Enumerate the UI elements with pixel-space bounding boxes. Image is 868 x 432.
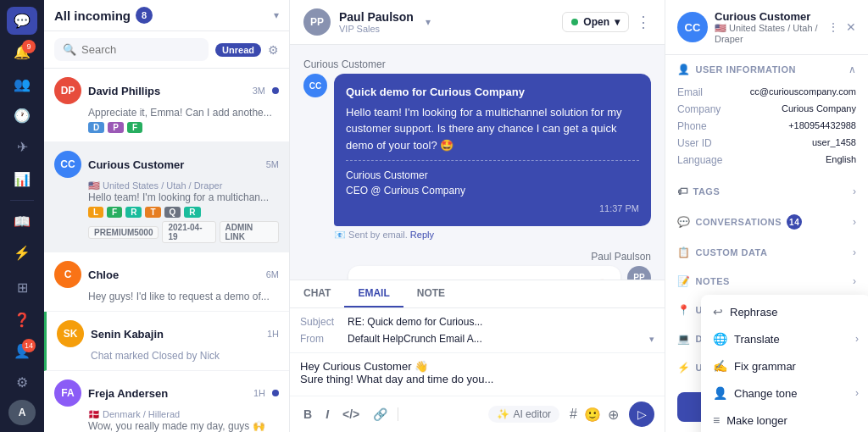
user-info-content: Email cc@curiouscompany.com Company Curi… bbox=[665, 84, 868, 177]
nav-send-icon[interactable]: ✈ bbox=[7, 133, 37, 161]
nav-chat-icon[interactable]: 💬 bbox=[7, 7, 37, 35]
conversation-name: Curious Customer bbox=[88, 158, 259, 171]
section-notes-header[interactable]: 📝 NOTES › bbox=[665, 267, 868, 296]
section-custom-data-header[interactable]: 📋 CUSTOM DATA › bbox=[665, 238, 868, 267]
code-button[interactable]: </> bbox=[339, 406, 363, 423]
nav-user-avatar[interactable]: A bbox=[8, 400, 36, 425]
list-item[interactable]: DP David Phillips 3M Appreciate it, Emma… bbox=[44, 69, 289, 142]
context-menu: ↩Rephrase 🌐Translate › ✍Fix grammar 👤Cha… bbox=[701, 295, 868, 432]
from-value[interactable]: Default HelpCrunch Email A... bbox=[348, 333, 643, 345]
custom-data-icon: 📋 bbox=[677, 246, 691, 258]
gear-icon[interactable]: ⚙ bbox=[268, 43, 279, 57]
section-conversations-header[interactable]: 💬 CONVERSATIONS 14 › bbox=[665, 206, 868, 238]
conversation-tags: L F R T Q R bbox=[88, 207, 279, 218]
list-item[interactable]: C Chloe 6M Hey guys! I'd like to request… bbox=[44, 252, 289, 312]
conversation-name: David Phillips bbox=[88, 85, 246, 97]
tag: D bbox=[88, 122, 104, 133]
tab-chat[interactable]: CHAT bbox=[290, 280, 344, 307]
italic-button[interactable]: I bbox=[322, 406, 332, 423]
compose-body[interactable]: Hey Curious Customer 👋Sure thing! What d… bbox=[290, 353, 665, 396]
avatar: FA bbox=[54, 379, 81, 407]
nav-notification-icon[interactable]: 🔔 bbox=[7, 38, 37, 66]
message-sender-label: Curious Customer bbox=[303, 58, 386, 70]
conversation-preview: Hello team! I'm looking for a multichan.… bbox=[88, 191, 279, 203]
section-tags-header[interactable]: 🏷 TAGS › bbox=[665, 177, 868, 206]
email-subject-field: Subject RE: Quick demo for Curious... bbox=[300, 313, 654, 330]
section-title-text: NOTES bbox=[696, 276, 730, 286]
conversation-location: 🇩🇰 Denmark / Hillerad bbox=[88, 409, 279, 420]
agent-avatar: PP bbox=[303, 8, 331, 36]
context-menu-item-rephrase[interactable]: ↩Rephrase bbox=[701, 298, 868, 325]
emoji-button[interactable]: 🙂 bbox=[584, 407, 601, 423]
reply-link[interactable]: Reply bbox=[410, 230, 434, 240]
chat-more-button[interactable]: ⋮ bbox=[636, 13, 651, 31]
conversation-time: 1H bbox=[253, 388, 265, 398]
subject-value[interactable]: RE: Quick demo for Curious... bbox=[348, 316, 654, 328]
send-button[interactable]: ▷ bbox=[629, 402, 654, 427]
nav-book-icon[interactable]: 📖 bbox=[7, 208, 37, 235]
conversation-preview: Hey guys! I'd like to request a demo of.… bbox=[88, 291, 279, 302]
nav-help-icon[interactable]: ❓ bbox=[7, 306, 37, 334]
close-panel-button[interactable]: ✕ bbox=[846, 20, 856, 34]
avatar: C bbox=[54, 261, 81, 288]
conversations-title-row[interactable]: All incoming 8 bbox=[54, 7, 153, 24]
message-row: CC Quick demo for Curious Company Hello … bbox=[303, 74, 651, 241]
attachment-button[interactable]: ⊕ bbox=[608, 407, 619, 423]
context-menu-item-change-tone[interactable]: 👤Change tone › bbox=[701, 379, 868, 407]
context-menu-item-fix-grammar[interactable]: ✍Fix grammar bbox=[701, 352, 868, 379]
ai-editor-label: AI editor bbox=[513, 408, 551, 420]
nav-apps-icon[interactable]: ⊞ bbox=[7, 274, 37, 302]
section-title-text: USER INFORMATION bbox=[696, 64, 796, 75]
ai-editor-button[interactable]: ✨ AI editor bbox=[488, 406, 559, 423]
nav-settings-icon[interactable]: ⚙ bbox=[7, 368, 37, 396]
info-row-userid: User ID user_1458 bbox=[677, 135, 856, 152]
fix-grammar-icon: ✍ bbox=[713, 359, 727, 373]
list-item[interactable]: CC Curious Customer 5M 🇺🇸 United States … bbox=[44, 142, 289, 252]
nav-contacts-icon[interactable]: 👥 bbox=[7, 70, 37, 98]
nav-pulse-icon[interactable]: ⚡ bbox=[7, 239, 37, 267]
conversation-name: Senin Kabajin bbox=[91, 328, 260, 341]
email-value: cc@curiouscompany.com bbox=[750, 86, 856, 98]
tab-note[interactable]: NOTE bbox=[403, 280, 459, 307]
section-user-info-header[interactable]: 👤 USER INFORMATION ∧ bbox=[665, 55, 868, 84]
link-button[interactable]: 🔗 bbox=[370, 406, 391, 423]
tag: F bbox=[127, 122, 142, 133]
hash-button[interactable]: # bbox=[570, 407, 577, 422]
tag: T bbox=[145, 207, 160, 218]
bold-button[interactable]: B bbox=[300, 406, 315, 423]
agent-dropdown-chevron[interactable]: ▾ bbox=[426, 16, 431, 28]
section-title: 🏷 TAGS bbox=[677, 186, 720, 197]
search-input[interactable] bbox=[81, 43, 200, 56]
unread-filter-badge[interactable]: Unread bbox=[215, 43, 261, 57]
conversations-search-row: 🔍 Unread ⚙ bbox=[44, 31, 289, 69]
nav-separator bbox=[10, 200, 34, 201]
unread-indicator bbox=[272, 390, 279, 396]
rephrase-icon: ↩ bbox=[713, 305, 723, 318]
meta-badge: ADMIN LINK bbox=[220, 221, 279, 243]
nav-reports-icon[interactable]: 📊 bbox=[7, 164, 37, 192]
nav-clock-icon[interactable]: 🕐 bbox=[7, 102, 37, 130]
from-dropdown-chevron[interactable]: ▾ bbox=[649, 334, 654, 345]
message-avatar: PP bbox=[627, 266, 651, 280]
context-menu-item-make-longer[interactable]: ≡Make longer bbox=[701, 407, 868, 432]
conversations-dropdown-chevron[interactable]: ▾ bbox=[274, 9, 279, 21]
tag: L bbox=[88, 207, 103, 218]
conversations-search[interactable]: 🔍 bbox=[54, 38, 209, 61]
email-from-field: From Default HelpCrunch Email A... ▾ bbox=[300, 330, 654, 347]
tab-email[interactable]: EMAIL bbox=[344, 280, 403, 307]
context-menu-item-translate[interactable]: 🌐Translate › bbox=[701, 325, 868, 352]
section-expand-chevron: › bbox=[853, 275, 856, 287]
right-panel-header: CC Curious Customer 🇺🇸 United States / U… bbox=[665, 0, 868, 55]
language-label: Language bbox=[677, 154, 722, 166]
status-label: Open bbox=[583, 16, 609, 28]
nav-team-icon[interactable]: 👤 bbox=[7, 337, 37, 365]
list-item[interactable]: SK Senin Kabajin 1H Chat marked Closed b… bbox=[44, 312, 289, 371]
unread-indicator bbox=[272, 87, 279, 94]
status-button[interactable]: Open ▾ bbox=[562, 12, 629, 32]
list-item[interactable]: FA Freja Andersen 1H 🇩🇰 Denmark / Hiller… bbox=[44, 371, 289, 432]
conversation-meta: PREMIUM5000 2021-04-19 ADMIN LINK bbox=[88, 221, 279, 243]
status-chevron: ▾ bbox=[615, 16, 620, 28]
more-options-button[interactable]: ⋮ bbox=[827, 20, 839, 34]
customer-name: Curious Customer bbox=[715, 10, 821, 23]
message-sender-label: Paul Paulson bbox=[591, 251, 651, 263]
